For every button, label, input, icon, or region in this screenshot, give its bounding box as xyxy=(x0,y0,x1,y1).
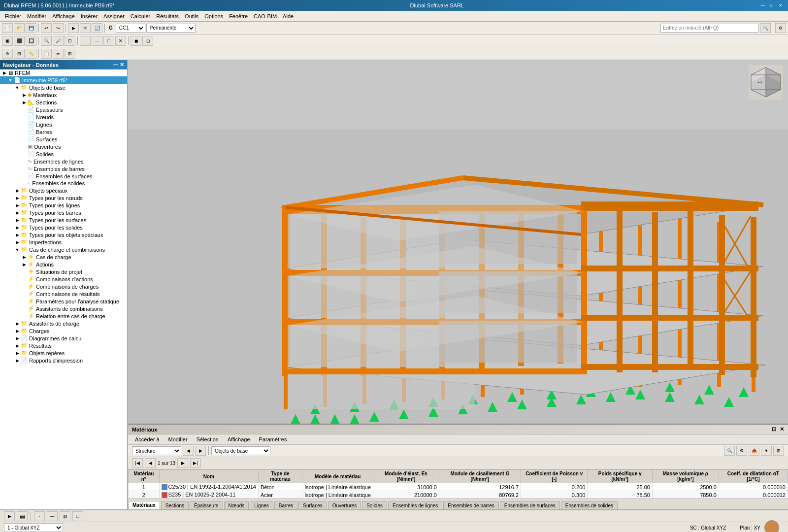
mirror-btn[interactable]: ⇔ xyxy=(53,49,64,59)
save-btn[interactable]: 💾 xyxy=(26,23,36,33)
view-3d[interactable]: 🔲 xyxy=(26,36,36,46)
bottom-tab-sections[interactable]: Sections xyxy=(161,501,189,509)
tree-ouvertures[interactable]: ▣ Ouvertures xyxy=(0,143,127,150)
tree-sections[interactable]: ▶ 📐 Sections xyxy=(0,99,127,106)
tree-epaisseurs[interactable]: 📄 Épaisseurs xyxy=(0,106,127,113)
tree-ens-solides[interactable]: ·, Ensembles de solides xyxy=(0,180,127,187)
tree-actions[interactable]: ▶ ⚡ Actions xyxy=(0,261,127,268)
panel-restore[interactable]: ⊡ xyxy=(772,426,776,432)
menu-fichier[interactable]: Fichier xyxy=(2,12,24,20)
col-settings-btn[interactable]: ⊞ xyxy=(773,446,784,456)
tree-file[interactable]: ▼ 📄 Immeuble PB9.rf6* xyxy=(0,76,127,84)
select-btn[interactable]: ▶ xyxy=(68,23,79,33)
table-settings-btn[interactable]: ⚙ xyxy=(736,446,747,456)
tree-charges[interactable]: ▶ 📁 Charges xyxy=(0,327,127,334)
tree-resultats[interactable]: ▶ 📁 Résultats xyxy=(0,342,127,349)
search-table-btn[interactable]: 🔍 xyxy=(724,446,735,456)
tree-objets-speciaux[interactable]: ▶ 📁 Objets spéciaux xyxy=(0,187,127,194)
bottom-tab-ensembles-de-solides[interactable]: Ensembles de solides xyxy=(561,501,618,509)
tree-objets-base[interactable]: ▼ 📁 Objets de base xyxy=(0,84,127,91)
view-top[interactable]: ⬛ xyxy=(14,36,25,46)
minimize-btn[interactable]: — xyxy=(759,2,766,9)
panel-close[interactable]: ✕ xyxy=(780,426,784,432)
bottom-tab-surfaces[interactable]: Surfaces xyxy=(298,501,327,509)
status-node[interactable]: · xyxy=(34,511,45,521)
menu-modifier[interactable]: Modifier xyxy=(24,12,49,20)
undo-btn[interactable]: ↩ xyxy=(41,23,52,33)
bottom-tab-épaisseurs[interactable]: Épaisseurs xyxy=(190,501,223,509)
tree-situations[interactable]: ⚡ Situations de projet xyxy=(0,268,127,275)
bottom-tab-ensembles-de-barres[interactable]: Ensembles de barres xyxy=(443,501,499,509)
menu-fenetre[interactable]: Fenêtre xyxy=(226,12,251,20)
nav-minimize[interactable]: — xyxy=(113,62,118,68)
close-btn[interactable]: ✕ xyxy=(777,2,784,9)
bottom-tab-ensembles-de-surfaces[interactable]: Ensembles de surfaces xyxy=(500,501,560,509)
cc-select[interactable]: CC1 xyxy=(116,24,145,33)
tree-objets-reperes[interactable]: ▶ 📁 Objets repères xyxy=(0,349,127,357)
tree-types-barres[interactable]: ▶ 📁 Types pour les barres xyxy=(0,209,127,216)
view-select[interactable]: 1 - Global XYZ xyxy=(4,523,63,532)
tree-rapports[interactable]: ▶ 📄 Rapports d'impression xyxy=(0,357,127,364)
tree-ens-lignes[interactable]: ∿ Ensembles de lignes xyxy=(0,158,127,165)
node-btn[interactable]: · xyxy=(80,36,91,46)
table-row[interactable]: 2 S235 | EN 10025-2:2004-11 Acier Isotro… xyxy=(129,491,788,499)
tree-noeuds[interactable]: 📄 Nœuds xyxy=(0,113,127,121)
measure-btn[interactable]: 📏 xyxy=(26,49,36,59)
table-row[interactable]: 1 C25/30 | EN 1992-1-1:2004/A1:2014 Béto… xyxy=(129,483,788,491)
first-page[interactable]: |◀ xyxy=(132,458,143,468)
rotate-btn[interactable]: 🔄 xyxy=(92,23,102,33)
bottom-tab-ouvertures[interactable]: Ouvertures xyxy=(328,501,361,509)
tree-diagrammes[interactable]: ▶ 📄 Diagrammes de calcul xyxy=(0,334,127,342)
open-btn[interactable]: 📂 xyxy=(14,23,25,33)
search-btn[interactable]: 🔍 xyxy=(760,23,771,33)
tree-types-noeuds[interactable]: ▶ 📁 Types pour les nœuds xyxy=(0,194,127,201)
search-input[interactable] xyxy=(660,24,759,33)
export-btn[interactable]: 📤 xyxy=(749,446,759,456)
tree-assistants-comb[interactable]: ⚡ Assistants de combinaisons xyxy=(0,305,127,312)
viewport[interactable]: +Y Matériaux ⊡ ✕ Accéder à Modifier Séle… xyxy=(128,60,788,532)
tree-barres[interactable]: 📄 Barres xyxy=(0,128,127,135)
array-btn[interactable]: ⊞ xyxy=(65,49,75,59)
status-camera[interactable]: 📷 xyxy=(17,511,28,521)
move-btn[interactable]: ✛ xyxy=(80,23,91,33)
delete-btn[interactable]: ✕ xyxy=(115,36,126,46)
surface-btn[interactable]: □ xyxy=(103,36,114,46)
bottom-tab-ensembles-de-lignes[interactable]: Ensembles de lignes xyxy=(388,501,442,509)
tree-types-speciaux[interactable]: ▶ 📁 Types pour les objets spéciaux xyxy=(0,231,127,238)
bottom-tab-barres[interactable]: Barres xyxy=(274,501,297,509)
last-page[interactable]: ▶| xyxy=(190,458,201,468)
copy-btn[interactable]: 📋 xyxy=(41,49,52,59)
menu-caobim[interactable]: CAO-BIM xyxy=(251,12,280,20)
tree-cas-charge-item[interactable]: ▶ ⚡ Cas de charge xyxy=(0,253,127,261)
tree-ens-surfaces[interactable]: 📄 Ensembles de surfaces xyxy=(0,172,127,180)
tree-types-surfaces[interactable]: ▶ 📁 Types pour les surfaces xyxy=(0,216,127,224)
menu-inserer[interactable]: Insérer xyxy=(78,12,100,20)
bottom-tab-matériaux[interactable]: Matériaux xyxy=(128,501,160,509)
menu-outils[interactable]: Outils xyxy=(182,12,201,20)
next-page[interactable]: ▶ xyxy=(177,458,188,468)
load-case-select[interactable]: Permanente xyxy=(146,24,196,33)
menu-resultats[interactable]: Résultats xyxy=(153,12,182,20)
next-btn[interactable]: ▶ xyxy=(195,446,206,456)
line-btn[interactable]: — xyxy=(92,36,102,46)
tree-comb-resultats[interactable]: ⚡ Combinaisons de résultats xyxy=(0,290,127,298)
orientation-cube[interactable]: +Y xyxy=(749,65,783,100)
tree-comb-actions[interactable]: ⚡ Combinaisons d'actions xyxy=(0,275,127,283)
prev-page[interactable]: ◀ xyxy=(145,458,156,468)
render-btn[interactable]: ◼ xyxy=(131,36,141,46)
tree-cas-charge[interactable]: ▼ 📁 Cas de charge et combinaisons xyxy=(0,246,127,253)
tree-solides[interactable]: 📄 Solides xyxy=(0,150,127,158)
panel-menu-selection[interactable]: Sélection xyxy=(194,436,222,443)
tree-comb-charges[interactable]: ⚡ Combinaisons de charges xyxy=(0,283,127,290)
nav-close[interactable]: ✕ xyxy=(120,62,124,68)
menu-calculer[interactable]: Calculer xyxy=(128,12,153,20)
status-play[interactable]: ▶ xyxy=(4,511,15,521)
settings-btn[interactable]: ⚙ xyxy=(775,23,786,33)
structure-select[interactable]: Structure xyxy=(132,446,181,455)
status-surface[interactable]: □ xyxy=(72,511,83,521)
status-bar[interactable]: ▥ xyxy=(60,511,70,521)
zoom-fit[interactable]: ⊡ xyxy=(65,36,75,46)
tree-lignes[interactable]: 📄 Lignes xyxy=(0,121,127,128)
tree-relation-cas[interactable]: ⚡ Relation entre cas de charge xyxy=(0,312,127,320)
bottom-tab-nœuds[interactable]: Nœuds xyxy=(224,501,249,509)
